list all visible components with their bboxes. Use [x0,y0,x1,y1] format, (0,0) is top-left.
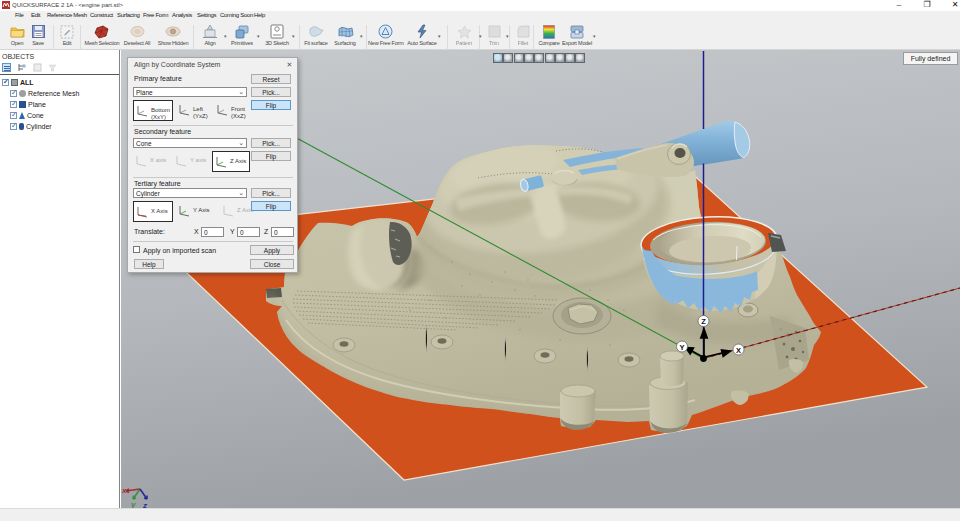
svg-text:y: y [130,500,136,508]
svg-text:Z: Z [701,317,706,326]
svg-text:Y: Y [679,343,684,352]
svg-text:x: x [121,486,127,495]
svg-text:X: X [736,346,741,355]
svg-text:z: z [142,501,147,508]
